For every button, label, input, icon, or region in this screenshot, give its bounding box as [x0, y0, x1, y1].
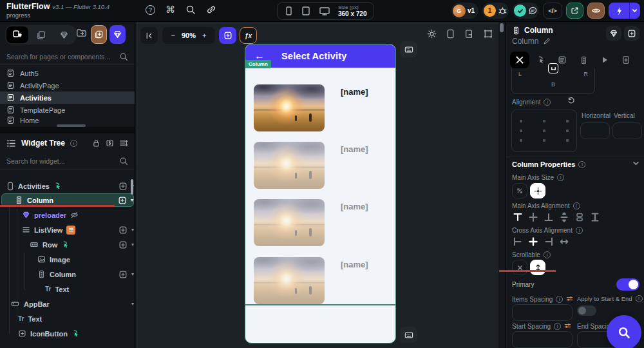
align-dot[interactable]: [543, 120, 545, 122]
tree-node-preloader[interactable]: preloader: [1, 208, 134, 222]
maa-start-button[interactable]: [512, 211, 524, 224]
scrollable-off-button[interactable]: [512, 260, 527, 275]
widget-search-input[interactable]: [6, 157, 119, 165]
caa-end-button[interactable]: [543, 235, 554, 248]
info-icon[interactable]: i: [576, 227, 583, 234]
variables-button[interactable]: ƒx: [240, 27, 257, 44]
pages-search-input[interactable]: [6, 53, 119, 61]
scroll-thumb[interactable]: [500, 23, 504, 32]
add-component-button[interactable]: [109, 25, 126, 44]
align-dot[interactable]: [566, 130, 569, 132]
maa-space-evenly-button[interactable]: [558, 211, 570, 224]
align-dot[interactable]: [520, 130, 522, 132]
tab-animations[interactable]: [595, 52, 614, 68]
canvas-settings-icon[interactable]: [483, 29, 493, 39]
device-tablet-icon[interactable]: [301, 6, 311, 16]
run-button[interactable]: [609, 3, 640, 19]
list-item[interactable]: [name]: [254, 84, 368, 131]
collapse-levels-icon[interactable]: [119, 139, 128, 148]
chevron-down-icon[interactable]: ▾: [131, 302, 134, 307]
reset-alignment-icon[interactable]: [567, 97, 575, 105]
lock-icon[interactable]: [92, 139, 100, 148]
light-mode-icon[interactable]: [427, 29, 437, 39]
properties-scroll-track[interactable]: [498, 22, 505, 348]
sidebar-item-activitypage[interactable]: ActivityPage: [0, 79, 135, 92]
chevron-down-icon[interactable]: ▾: [131, 227, 134, 233]
device-frame-icon[interactable]: [446, 29, 455, 39]
align-dot[interactable]: [543, 130, 545, 132]
info-icon[interactable]: i: [556, 296, 563, 303]
caa-stretch-button[interactable]: [558, 235, 570, 248]
maa-end-button[interactable]: [543, 211, 554, 224]
wrap-widget-button[interactable]: [624, 26, 639, 41]
phone-preview[interactable]: ← Select Activity Column [name] [name] […: [245, 44, 396, 343]
tree-node-activities[interactable]: Activities ▾: [1, 179, 134, 193]
main-axis-size-min-button[interactable]: [512, 183, 527, 198]
rename-pencil-icon[interactable]: [543, 37, 551, 45]
add-widget-icon[interactable]: [118, 240, 128, 249]
apply-start-end-toggle[interactable]: [577, 305, 596, 316]
maa-space-between-button[interactable]: [589, 211, 601, 224]
open-preview-button[interactable]: [566, 3, 583, 19]
tree-node-appbar[interactable]: AppBar ▾: [1, 297, 134, 311]
search-fab-button[interactable]: [607, 315, 641, 348]
tab-tests[interactable]: [616, 52, 636, 68]
preview-list-column[interactable]: [name] [name] [name] [name]: [245, 68, 395, 305]
vertical-alignment-input[interactable]: [612, 122, 642, 139]
info-icon[interactable]: i: [636, 295, 643, 302]
list-item[interactable]: [name]: [254, 199, 368, 246]
zoom-in-button[interactable]: +: [202, 32, 206, 39]
run-options-chevron-icon[interactable]: [629, 3, 640, 19]
padding-editor-partial[interactable]: L R B: [511, 68, 595, 94]
horizontal-alignment-input[interactable]: [580, 122, 610, 139]
device-phone-icon[interactable]: [284, 6, 293, 16]
collapse-section-chevron-icon[interactable]: [632, 160, 639, 167]
info-icon[interactable]: i: [573, 202, 580, 209]
user-version-pill[interactable]: G v1: [451, 3, 478, 19]
align-dot[interactable]: [566, 139, 569, 142]
primary-toggle[interactable]: [616, 278, 639, 291]
info-icon[interactable]: i: [544, 99, 551, 106]
collapse-panel-button[interactable]: [140, 27, 158, 44]
zoom-out-button[interactable]: −: [171, 32, 175, 39]
issues-pill[interactable]: 1: [482, 3, 509, 19]
tree-scrollbar[interactable]: [131, 179, 133, 195]
info-icon[interactable]: i: [554, 323, 561, 330]
add-widget-icon[interactable]: [118, 182, 128, 191]
alignment-grid[interactable]: [511, 110, 577, 152]
sidebar-item-home[interactable]: Home: [0, 116, 135, 124]
command-shortcuts-icon[interactable]: ⌘: [166, 4, 175, 15]
maa-center-button[interactable]: [527, 211, 539, 224]
chevron-down-icon[interactable]: ▾: [131, 198, 133, 203]
set-from-variable-icon[interactable]: [564, 322, 571, 331]
device-panel-icon[interactable]: [464, 29, 473, 39]
checks-pill[interactable]: [513, 3, 539, 19]
main-axis-size-max-button[interactable]: [530, 183, 545, 198]
start-spacing-input[interactable]: [512, 331, 573, 348]
add-widget-icon[interactable]: [118, 196, 127, 205]
paywall-icon[interactable]: [106, 139, 114, 148]
scrollable-on-button[interactable]: [530, 260, 545, 275]
chevron-down-icon[interactable]: ▾: [131, 272, 134, 277]
padding-width-box[interactable]: [548, 63, 558, 73]
list-item[interactable]: [name]: [254, 142, 368, 189]
tree-node-iconbutton[interactable]: IconButton: [1, 327, 134, 340]
tree-node-row[interactable]: Row ▾: [1, 238, 134, 251]
tab-properties[interactable]: [510, 52, 529, 68]
sidebar-item-activities[interactable]: Activities: [0, 92, 135, 104]
custom-code-button[interactable]: </>: [543, 3, 562, 19]
column-properties-header[interactable]: Column Properties i: [512, 160, 585, 168]
folder-icon[interactable]: [76, 28, 87, 38]
caa-center-button[interactable]: [527, 235, 539, 248]
tree-node-image[interactable]: Image: [1, 253, 134, 266]
appbar-title[interactable]: Select Activity: [281, 51, 347, 61]
align-dot[interactable]: [520, 139, 522, 142]
preview-eye-button[interactable]: [587, 3, 605, 19]
sidebar-item-auth5[interactable]: Auth5: [0, 67, 135, 79]
link-icon[interactable]: [206, 5, 216, 15]
caa-start-button[interactable]: [512, 235, 524, 248]
info-icon[interactable]: i: [578, 161, 585, 168]
info-icon[interactable]: i: [544, 251, 551, 258]
add-widget-button[interactable]: [219, 27, 236, 44]
tree-node-column-inner[interactable]: Column ▾: [1, 267, 134, 281]
